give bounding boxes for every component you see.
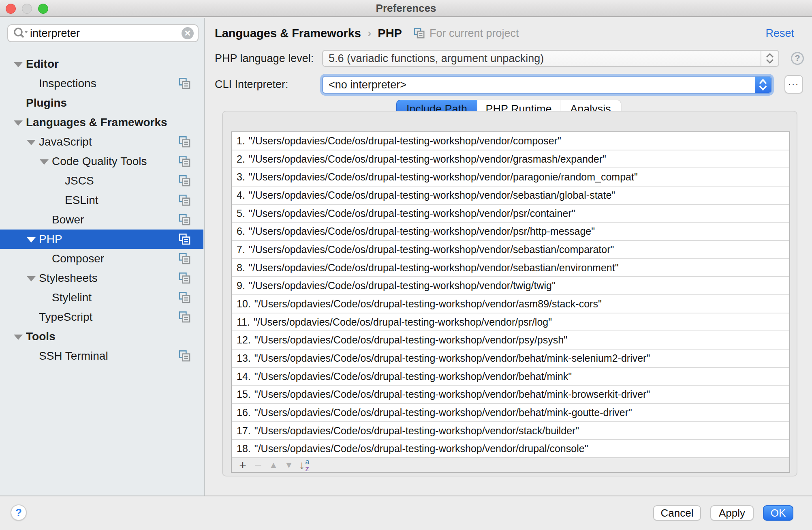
- settings-sidebar: ✕ EditorInspections PluginsLanguages & F…: [0, 18, 205, 496]
- chevron-up-icon: [767, 54, 773, 57]
- sidebar-item-languages-and-frameworks[interactable]: Languages & Frameworks: [0, 113, 203, 132]
- language-level-help-icon[interactable]: ?: [791, 52, 804, 65]
- sidebar-item-tools[interactable]: Tools: [0, 327, 203, 346]
- expand-arrow-icon[interactable]: [25, 137, 39, 146]
- include-path-row[interactable]: 1."/Users/opdavies/Code/os/drupal-testin…: [232, 132, 789, 150]
- sidebar-item-label: Plugins: [26, 97, 67, 109]
- include-path-row[interactable]: 17."/Users/opdavies/Code/os/drupal-testi…: [232, 421, 789, 440]
- include-path-row[interactable]: 15."/Users/opdavies/Code/os/drupal-testi…: [232, 385, 789, 403]
- include-path-index: 13.: [237, 352, 251, 364]
- sidebar-item-eslint[interactable]: ESLint: [0, 191, 203, 210]
- expand-arrow-icon[interactable]: [25, 235, 39, 244]
- sidebar-item-ssh-terminal[interactable]: SSH Terminal: [0, 346, 203, 366]
- include-path-row[interactable]: 12."/Users/opdavies/Code/os/drupal-testi…: [232, 330, 789, 349]
- include-path-index: 6.: [237, 225, 245, 237]
- include-path-index: 12.: [237, 334, 251, 346]
- include-path-index: 5.: [237, 208, 245, 219]
- sidebar-item-label: PHP: [39, 233, 62, 246]
- include-path-value: "/Users/opdavies/Code/os/drupal-testing-…: [254, 298, 602, 310]
- include-path-row[interactable]: 14."/Users/opdavies/Code/os/drupal-testi…: [232, 367, 789, 385]
- include-path-index: 15.: [237, 388, 251, 400]
- sidebar-item-inspections[interactable]: Inspections: [0, 74, 203, 93]
- include-path-panel: 1."/Users/opdavies/Code/os/drupal-testin…: [222, 111, 797, 476]
- sidebar-item-plugins[interactable]: Plugins: [0, 93, 203, 113]
- include-path-value: "/Users/opdavies/Code/os/drupal-testing-…: [249, 171, 638, 183]
- include-path-row[interactable]: 18."/Users/opdavies/Code/os/drupal-testi…: [232, 439, 789, 457]
- include-path-row[interactable]: 5."/Users/opdavies/Code/os/drupal-testin…: [232, 204, 789, 222]
- cancel-button[interactable]: Cancel: [653, 505, 701, 521]
- search-icon: [12, 26, 28, 40]
- php-language-level-select[interactable]: 5.6 (variadic functions, argument unpack…: [322, 50, 779, 67]
- sidebar-item-code-quality-tools[interactable]: Code Quality Tools: [0, 152, 203, 171]
- include-path-value: "/Users/opdavies/Code/os/drupal-testing-…: [254, 425, 579, 437]
- include-path-list: 1."/Users/opdavies/Code/os/drupal-testin…: [232, 132, 789, 457]
- per-project-settings-icon: [178, 233, 191, 246]
- include-path-index: 14.: [237, 371, 251, 382]
- cli-interpreter-select[interactable]: <no interpreter>: [322, 76, 772, 94]
- for-current-project-badge: For current project: [413, 27, 519, 40]
- include-path-row[interactable]: 3."/Users/opdavies/Code/os/drupal-testin…: [232, 167, 789, 186]
- expand-arrow-icon[interactable]: [25, 274, 39, 283]
- include-path-value: "/Users/opdavies/Code/os/drupal-testing-…: [249, 208, 575, 219]
- expand-arrow-placeholder: [38, 254, 52, 263]
- cli-interpreter-browse-button[interactable]: ...: [784, 75, 803, 94]
- per-project-settings-icon: [413, 27, 425, 39]
- clear-search-icon[interactable]: ✕: [182, 27, 194, 39]
- settings-search-field[interactable]: ✕: [7, 24, 199, 42]
- ok-button[interactable]: OK: [763, 505, 793, 521]
- sidebar-item-typescript[interactable]: TypeScript: [0, 307, 203, 327]
- per-project-settings-icon: [178, 213, 191, 226]
- expand-arrow-placeholder: [12, 99, 26, 107]
- help-button[interactable]: ?: [11, 504, 27, 521]
- expand-arrow-icon[interactable]: [12, 118, 26, 127]
- select-stepper[interactable]: [761, 51, 778, 66]
- include-path-row[interactable]: 4."/Users/opdavies/Code/os/drupal-testin…: [232, 186, 789, 204]
- breadcrumb-languages-frameworks[interactable]: Languages & Frameworks: [215, 27, 361, 40]
- include-path-row[interactable]: 7."/Users/opdavies/Code/os/drupal-testin…: [232, 240, 789, 258]
- include-path-index: 11.: [237, 316, 250, 328]
- sidebar-item-bower[interactable]: Bower: [0, 210, 203, 230]
- per-project-settings-icon: [178, 311, 191, 324]
- php-language-level-value: 5.6 (variadic functions, argument unpack…: [323, 52, 761, 65]
- include-path-row[interactable]: 10."/Users/opdavies/Code/os/drupal-testi…: [232, 294, 789, 313]
- for-current-project-label: For current project: [430, 27, 519, 40]
- sidebar-item-jscs[interactable]: JSCS: [0, 171, 203, 191]
- sort-alphabetically-button[interactable]: ↓ az: [297, 458, 312, 472]
- sidebar-item-composer[interactable]: Composer: [0, 249, 203, 268]
- expand-arrow-placeholder: [51, 196, 65, 205]
- per-project-settings-icon: [178, 174, 191, 187]
- include-path-row[interactable]: 16."/Users/opdavies/Code/os/drupal-testi…: [232, 403, 789, 421]
- include-path-row[interactable]: 13."/Users/opdavies/Code/os/drupal-testi…: [232, 349, 789, 367]
- include-path-value: "/Users/opdavies/Code/os/drupal-testing-…: [249, 262, 619, 274]
- sidebar-item-php[interactable]: PHP: [0, 230, 203, 249]
- breadcrumb-php: PHP: [378, 27, 402, 40]
- zoom-window-button[interactable]: [38, 4, 48, 14]
- expand-arrow-icon[interactable]: [12, 60, 26, 69]
- search-input[interactable]: [30, 27, 182, 40]
- sidebar-item-stylelint[interactable]: Stylelint: [0, 288, 203, 307]
- window-title: Preferences: [376, 2, 436, 15]
- include-path-row[interactable]: 2."/Users/opdavies/Code/os/drupal-testin…: [232, 150, 789, 168]
- ellipsis-icon: ...: [788, 77, 799, 88]
- apply-button[interactable]: Apply: [710, 505, 754, 521]
- close-window-button[interactable]: [6, 4, 16, 14]
- include-path-value: "/Users/opdavies/Code/os/drupal-testing-…: [249, 225, 595, 237]
- sidebar-item-javascript[interactable]: JavaScript: [0, 132, 203, 152]
- sidebar-item-stylesheets[interactable]: Stylesheets: [0, 268, 203, 288]
- include-path-row[interactable]: 6."/Users/opdavies/Code/os/drupal-testin…: [232, 222, 789, 240]
- per-project-settings-icon: [178, 252, 191, 265]
- include-path-row[interactable]: 11."/Users/opdavies/Code/os/drupal-testi…: [232, 313, 789, 331]
- remove-button: −: [250, 458, 266, 472]
- add-button[interactable]: +: [235, 458, 250, 472]
- include-path-index: 17.: [237, 425, 251, 437]
- minimize-window-button[interactable]: [22, 4, 32, 14]
- select-stepper[interactable]: [755, 77, 771, 93]
- include-path-row[interactable]: 8."/Users/opdavies/Code/os/drupal-testin…: [232, 258, 789, 277]
- include-path-value: "/Users/opdavies/Code/os/drupal-testing-…: [254, 443, 588, 455]
- reset-link[interactable]: Reset: [765, 27, 794, 40]
- include-path-row[interactable]: 9."/Users/opdavies/Code/os/drupal-testin…: [232, 276, 789, 294]
- expand-arrow-icon[interactable]: [38, 157, 52, 166]
- include-path-index: 9.: [237, 280, 245, 292]
- expand-arrow-icon[interactable]: [12, 332, 26, 341]
- sidebar-item-editor[interactable]: Editor: [0, 54, 203, 74]
